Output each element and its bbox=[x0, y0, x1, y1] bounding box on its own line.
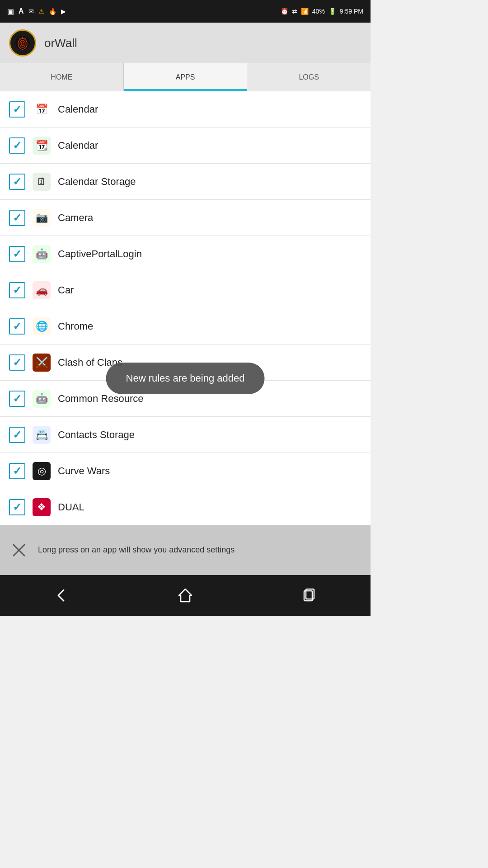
tab-logs[interactable]: LOGS bbox=[247, 63, 371, 91]
status-icons-left: ▣ A ✉ ⚠ 🔥 ▶ bbox=[7, 7, 66, 16]
app-checkbox[interactable] bbox=[9, 210, 25, 226]
app-checkbox[interactable] bbox=[9, 137, 25, 154]
recents-button[interactable] bbox=[295, 582, 322, 609]
svg-marker-9 bbox=[179, 589, 192, 602]
logo-svg bbox=[14, 35, 31, 51]
toast-message: New rules are being added bbox=[126, 373, 245, 384]
app-list: 📅Calendar📆Calendar🗓Calendar Storage📷Came… bbox=[0, 91, 371, 525]
hint-close-button[interactable] bbox=[9, 540, 29, 560]
app-icon: 📅 bbox=[33, 100, 51, 118]
app-checkbox[interactable] bbox=[9, 463, 25, 479]
app-name: Car bbox=[58, 284, 74, 296]
app-icon: 📇 bbox=[33, 426, 51, 444]
home-icon bbox=[177, 587, 193, 604]
back-button[interactable] bbox=[48, 582, 75, 609]
list-item[interactable]: 📇Contacts Storage bbox=[0, 417, 371, 453]
app-name: Contacts Storage bbox=[58, 429, 135, 441]
battery-icon: 🔋 bbox=[328, 8, 336, 15]
app-logo bbox=[9, 29, 36, 57]
list-item[interactable]: 🌐Chrome bbox=[0, 308, 371, 344]
app-checkbox[interactable] bbox=[9, 246, 25, 262]
app-name: CaptivePortalLogin bbox=[58, 248, 142, 260]
app-name: Calendar bbox=[58, 104, 98, 115]
app-icon: ◎ bbox=[33, 462, 51, 480]
tab-apps-label: APPS bbox=[176, 73, 195, 81]
list-item[interactable]: 📅Calendar bbox=[0, 91, 371, 127]
signal-icon: 📶 bbox=[301, 8, 309, 15]
app-name: Common Resource bbox=[58, 393, 144, 405]
app-icon: 📆 bbox=[33, 137, 51, 155]
nav-bar bbox=[0, 575, 371, 616]
list-item[interactable]: ◎Curve Wars bbox=[0, 453, 371, 489]
app-name: Calendar bbox=[58, 140, 98, 151]
font-icon: A bbox=[19, 7, 24, 15]
tab-apps[interactable]: APPS bbox=[124, 63, 248, 91]
hint-text: Long press on an app will show you advan… bbox=[38, 544, 235, 556]
tab-home[interactable]: HOME bbox=[0, 63, 124, 91]
time: 9:59 PM bbox=[340, 8, 363, 15]
list-item[interactable]: ❖DUAL bbox=[0, 489, 371, 525]
app-icon: 📷 bbox=[33, 209, 51, 227]
home-button[interactable] bbox=[172, 582, 199, 609]
list-item[interactable]: 🤖CaptivePortalLogin bbox=[0, 236, 371, 272]
tab-home-label: HOME bbox=[51, 73, 72, 81]
app-checkbox[interactable] bbox=[9, 427, 25, 443]
status-bar: ▣ A ✉ ⚠ 🔥 ▶ ⏰ ⇄ 📶 40% 🔋 9:59 PM bbox=[0, 0, 371, 23]
hint-bar: Long press on an app will show you advan… bbox=[0, 525, 371, 575]
list-item[interactable]: 🚗Car bbox=[0, 272, 371, 308]
app-checkbox[interactable] bbox=[9, 282, 25, 298]
alert-icon: ⚠ bbox=[38, 8, 44, 15]
status-icons-right: ⏰ ⇄ 📶 40% 🔋 9:59 PM bbox=[281, 8, 363, 15]
app-icon: 🌐 bbox=[33, 317, 51, 335]
list-item[interactable]: 🗓Calendar Storage bbox=[0, 164, 371, 200]
app-icon: 🤖 bbox=[33, 390, 51, 408]
list-item[interactable]: 📷Camera bbox=[0, 200, 371, 236]
screen-icon: ▣ bbox=[7, 7, 14, 16]
app-checkbox[interactable] bbox=[9, 499, 25, 515]
app-name: Curve Wars bbox=[58, 465, 110, 477]
app-name: Camera bbox=[58, 212, 93, 224]
battery-text: 40% bbox=[312, 8, 325, 15]
app-title: orWall bbox=[44, 36, 77, 50]
app-checkbox[interactable] bbox=[9, 174, 25, 190]
app-bar: orWall bbox=[0, 23, 371, 63]
app-icon: 🤖 bbox=[33, 245, 51, 263]
app-name: DUAL bbox=[58, 501, 84, 513]
app-icon: 🗓 bbox=[33, 173, 51, 191]
alarm-icon: ⏰ bbox=[281, 8, 288, 15]
app-icon: 🚗 bbox=[33, 281, 51, 299]
media-icon: ▶ bbox=[61, 8, 66, 15]
app-name: Chrome bbox=[58, 321, 93, 332]
tor-icon: 🔥 bbox=[49, 8, 56, 15]
list-item[interactable]: 📆Calendar bbox=[0, 127, 371, 164]
sync-icon: ⇄ bbox=[292, 8, 297, 15]
main-content: 📅Calendar📆Calendar🗓Calendar Storage📷Came… bbox=[0, 91, 371, 525]
app-checkbox[interactable] bbox=[9, 354, 25, 371]
tab-logs-label: LOGS bbox=[299, 73, 319, 81]
recents-icon bbox=[300, 587, 317, 604]
app-icon: ⚔️ bbox=[33, 354, 51, 372]
mail-icon: ✉ bbox=[28, 8, 34, 15]
app-checkbox[interactable] bbox=[9, 391, 25, 407]
app-icon: ❖ bbox=[33, 498, 51, 516]
tabs-bar: HOME APPS LOGS bbox=[0, 63, 371, 91]
app-name: Calendar Storage bbox=[58, 176, 136, 188]
close-icon bbox=[11, 542, 27, 558]
app-checkbox[interactable] bbox=[9, 318, 25, 335]
toast-notification: New rules are being added bbox=[106, 363, 265, 394]
app-checkbox[interactable] bbox=[9, 101, 25, 118]
back-icon bbox=[54, 587, 70, 604]
